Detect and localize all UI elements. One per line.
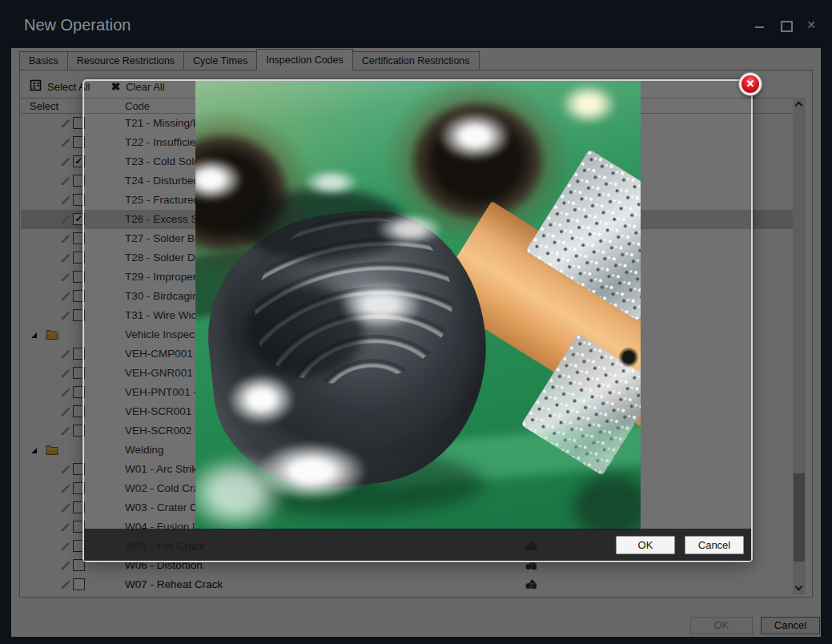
image-dialog-footer: OK Cancel [84, 529, 751, 561]
image-dialog-ok-button[interactable]: OK [616, 536, 675, 554]
minimize-button[interactable] [754, 19, 766, 30]
board-highlight-top-right [560, 83, 617, 125]
maximize-button[interactable] [779, 19, 792, 30]
via-hole [618, 347, 639, 368]
dark-smudge-bottom-right [573, 475, 641, 530]
window-title: New Operation [24, 16, 131, 34]
solder-glint-left [227, 373, 295, 425]
inspection-photo [195, 81, 641, 530]
titlebar: New Operation ✕ [0, 0, 832, 48]
hole-center-glint [438, 111, 512, 161]
image-preview-dialog: OK Cancel ✕ [82, 79, 753, 562]
image-dialog-cancel-button[interactable]: Cancel [685, 536, 744, 554]
close-window-button[interactable]: ✕ [805, 19, 818, 30]
solder-glint-mid [340, 281, 424, 329]
image-dialog-close-button[interactable]: ✕ [739, 73, 762, 95]
solder-glint-ridge2 [303, 169, 360, 196]
solder-glint-ridge [376, 213, 444, 245]
